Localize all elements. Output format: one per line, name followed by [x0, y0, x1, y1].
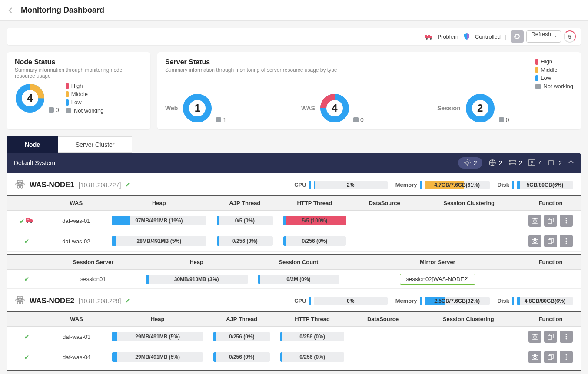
- tab-server-cluster[interactable]: Server Cluster: [58, 136, 132, 153]
- system-stat-2[interactable]: 2: [508, 159, 522, 167]
- snapshot-button[interactable]: [528, 215, 541, 227]
- toolbar: Problem Controlled | Refresh 5: [7, 28, 581, 45]
- svg-point-52: [566, 354, 567, 356]
- check-icon: ✔: [125, 182, 130, 188]
- collapse-button[interactable]: [568, 159, 574, 167]
- system-bar: Default System 22242: [7, 153, 581, 173]
- was-name: daf-was-01: [46, 211, 106, 231]
- window-button[interactable]: [544, 331, 557, 343]
- tab-node[interactable]: Node: [7, 136, 58, 153]
- server-label: Session: [437, 105, 461, 112]
- svg-point-53: [566, 357, 567, 358]
- was-table: WASHeapAJP ThreadHTTP ThreadDataSourceSe…: [7, 195, 581, 252]
- problem-label: Problem: [437, 33, 458, 40]
- svg-point-35: [566, 241, 567, 242]
- window-button[interactable]: [544, 351, 557, 363]
- progress-bar: 0/256 (0%): [280, 352, 344, 362]
- svg-rect-50: [534, 354, 536, 356]
- svg-point-42: [534, 336, 536, 338]
- more-button[interactable]: [560, 351, 573, 363]
- svg-point-12: [510, 161, 511, 162]
- svg-point-21: [27, 222, 28, 223]
- was-name: daf-was-04: [46, 347, 107, 367]
- snapshot-button[interactable]: [528, 331, 541, 343]
- more-button[interactable]: [560, 235, 573, 247]
- system-stat-0[interactable]: 2: [458, 157, 482, 169]
- svg-point-47: [566, 338, 567, 340]
- table-row: ✔ daf-was-02 28MB/491MB (5%)0/256 (0%)0/…: [7, 231, 581, 252]
- window-button[interactable]: [544, 235, 557, 247]
- was-name: daf-was-02: [46, 231, 106, 252]
- svg-point-29: [566, 222, 567, 224]
- node-name: WAS-NODE1: [30, 181, 74, 189]
- system-name: Default System: [14, 159, 55, 166]
- progress-bar: 28MB/491MB (5%): [112, 236, 206, 246]
- svg-rect-43: [534, 334, 536, 335]
- node-header: WAS-NODE2 [10.81.208.228] ✔ CPU0% Memory…: [7, 289, 581, 311]
- check-icon: ✔: [24, 276, 29, 282]
- svg-point-16: [19, 183, 21, 185]
- progress-bar: 29MB/491MB (5%): [112, 352, 203, 362]
- svg-point-13: [510, 164, 511, 165]
- session-table: Session ServerHeapSession CountMirror Se…: [7, 370, 581, 374]
- system-stat-4[interactable]: 2: [548, 159, 562, 167]
- server-label: WAS: [301, 105, 315, 112]
- shield-icon: [463, 33, 471, 40]
- check-icon: ✔: [24, 334, 29, 340]
- refresh-countdown: 5: [564, 30, 576, 43]
- svg-point-34: [566, 238, 567, 240]
- was-name: daf-was-03: [46, 327, 107, 347]
- progress-bar: 0/256 (0%): [213, 332, 270, 341]
- svg-point-31: [534, 240, 536, 243]
- more-button[interactable]: [560, 331, 573, 343]
- node-status-donut: 4: [15, 83, 45, 113]
- progress-bar: 0/5 (0%): [217, 216, 273, 225]
- progress-bar: 0/256 (0%): [283, 236, 346, 246]
- svg-rect-32: [534, 238, 536, 240]
- svg-rect-51: [548, 356, 552, 360]
- card-subtitle: Summary information through monitoring n…: [15, 67, 143, 79]
- session-name: session01: [46, 270, 140, 289]
- refresh-select[interactable]: Refresh: [526, 30, 561, 43]
- snapshot-button[interactable]: [528, 351, 541, 363]
- table-row: ✔ daf-was-01 97MB/491MB (19%)0/5 (0%)5/5…: [7, 211, 581, 231]
- more-button[interactable]: [560, 215, 573, 227]
- atom-icon: [15, 179, 25, 191]
- node-status-card: Node Status Summary information through …: [7, 52, 150, 129]
- node-header: WAS-NODE1 [10.81.208.227] ✔ CPU2% Memory…: [7, 173, 581, 195]
- system-stat-1[interactable]: 2: [488, 159, 502, 167]
- progress-bar: 97MB/491MB (19%): [112, 216, 206, 225]
- back-button[interactable]: [5, 5, 16, 16]
- node-name: WAS-NODE2: [30, 297, 74, 305]
- server-donut: 2: [465, 93, 495, 123]
- svg-point-37: [19, 299, 21, 301]
- node-sub-count: 0: [56, 106, 59, 113]
- was-table: WASHeapAJP ThreadHTTP ThreadDataSourceSe…: [7, 311, 581, 367]
- svg-rect-10: [509, 160, 515, 162]
- session-table: Session ServerHeapSession CountMirror Se…: [7, 254, 581, 289]
- check-icon: ✔: [24, 354, 29, 361]
- svg-point-46: [566, 336, 567, 338]
- svg-point-2: [430, 38, 432, 40]
- system-stat-3[interactable]: 4: [528, 159, 542, 167]
- legend: High Middle Low Not working: [535, 58, 573, 89]
- svg-point-54: [566, 359, 567, 360]
- progress-bar: 5/5 (100%): [283, 216, 346, 225]
- ambulance-icon: [425, 33, 433, 40]
- atom-icon: [15, 295, 25, 307]
- check-icon: ✔: [125, 298, 130, 304]
- progress-bar: 30MB/910MB (3%): [146, 275, 248, 284]
- server-item-session: Session 2 0: [437, 93, 573, 123]
- refresh-button[interactable]: [511, 30, 524, 43]
- server-label: Web: [165, 105, 178, 112]
- table-row: ✔ daf-was-03 29MB/491MB (5%)0/256 (0%)0/…: [7, 327, 581, 347]
- svg-rect-11: [509, 163, 515, 165]
- svg-rect-15: [549, 161, 553, 165]
- ambulance-icon: [26, 218, 33, 225]
- snapshot-button[interactable]: [528, 235, 541, 247]
- svg-point-27: [566, 218, 567, 219]
- node-ip: [10.81.208.227]: [79, 182, 121, 189]
- table-row: ✔ session01 30MB/910MB (3%)0/2M (0%) ses…: [7, 270, 581, 289]
- card-subtitle: Summary information through monitoring o…: [165, 67, 337, 73]
- window-button[interactable]: [544, 215, 557, 227]
